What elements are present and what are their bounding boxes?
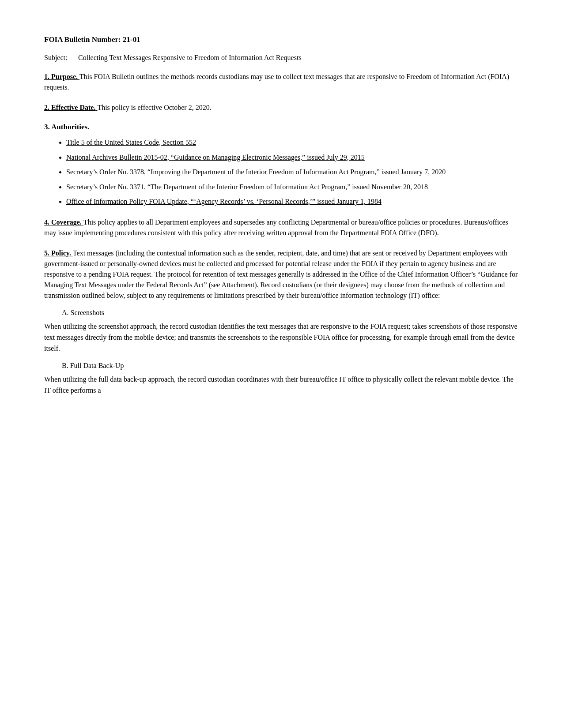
section-purpose-body: This FOIA Bulletin outlines the methods … bbox=[44, 73, 509, 91]
list-item: Secretary’s Order No. 3378, “Improving t… bbox=[66, 166, 519, 178]
sub-section-screenshots: A. Screenshots When utilizing the screen… bbox=[44, 309, 519, 354]
section-coverage-number: 4. bbox=[44, 218, 49, 226]
section-policy: 5. Policy. Text messages (including the … bbox=[44, 248, 519, 396]
full-backup-heading: B. Full Data Back-Up bbox=[62, 362, 519, 370]
screenshots-heading: A. Screenshots bbox=[62, 309, 519, 317]
section-purpose-title: Purpose. bbox=[51, 73, 78, 80]
screenshots-body: When utilizing the screenshot approach, … bbox=[44, 321, 519, 354]
section-policy-title: Policy. bbox=[51, 249, 71, 257]
authorities-list: Title 5 of the United States Code, Secti… bbox=[44, 137, 519, 207]
section-coverage-body: This policy applies to all Department em… bbox=[44, 218, 508, 236]
subject-label: Subject: bbox=[44, 54, 73, 62]
section-effective-date: 2. Effective Date. This policy is effect… bbox=[44, 102, 519, 113]
section-coverage-heading: 4. Coverage. bbox=[44, 218, 83, 226]
section-purpose-number: 1. bbox=[44, 73, 49, 80]
section-authorities-number: 3. bbox=[44, 123, 50, 131]
section-policy-heading: 5. Policy. bbox=[44, 249, 73, 257]
section-purpose-heading: 1. Purpose. bbox=[44, 73, 79, 80]
section-effective-date-number: 2. bbox=[44, 104, 49, 111]
bulletin-number: FOIA Bulletin Number: 21-01 bbox=[44, 35, 519, 44]
section-policy-body: Text messages (including the contextual … bbox=[44, 249, 518, 299]
section-effective-date-title: Effective Date. bbox=[51, 104, 95, 111]
sub-section-full-backup: B. Full Data Back-Up When utilizing the … bbox=[44, 362, 519, 396]
section-coverage: 4. Coverage. This policy applies to all … bbox=[44, 217, 519, 238]
list-item: National Archives Bulletin 2015-02, “Gui… bbox=[66, 152, 519, 163]
section-coverage-title: Coverage. bbox=[51, 218, 82, 226]
section-authorities-heading: 3. Authorities. bbox=[44, 123, 89, 131]
section-effective-date-body: This policy is effective October 2, 2020… bbox=[97, 104, 211, 111]
section-effective-date-heading: 2. Effective Date. bbox=[44, 104, 97, 111]
section-authorities: 3. Authorities. Title 5 of the United St… bbox=[44, 123, 519, 207]
section-policy-number: 5. bbox=[44, 249, 49, 257]
document-page: FOIA Bulletin Number: 21-01 Subject: Col… bbox=[0, 0, 563, 728]
list-item: Secretary’s Order No. 3371, “The Departm… bbox=[66, 181, 519, 193]
full-backup-body: When utilizing the full data back-up app… bbox=[44, 374, 519, 396]
section-purpose: 1. Purpose. This FOIA Bulletin outlines … bbox=[44, 71, 519, 93]
subject-text: Collecting Text Messages Responsive to F… bbox=[78, 54, 302, 62]
subject-line: Subject: Collecting Text Messages Respon… bbox=[44, 54, 519, 62]
bulletin-number-text: FOIA Bulletin Number: 21-01 bbox=[44, 35, 140, 44]
list-item: Office of Information Policy FOIA Update… bbox=[66, 196, 519, 207]
list-item: Title 5 of the United States Code, Secti… bbox=[66, 137, 519, 148]
section-authorities-title: Authorities. bbox=[51, 123, 89, 131]
